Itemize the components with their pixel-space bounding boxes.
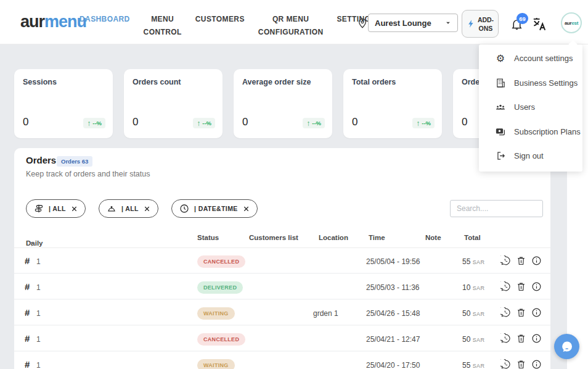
main-nav: DASHBOARD MENU CONTROL CUSTOMERS QR MENU…	[80, 13, 376, 39]
top-header: aurmenu DASHBOARD MENU CONTROL CUSTOMERS…	[0, 0, 588, 44]
table-row[interactable]: #1 DELIVERED 25/05/03 - 11:36 10 SAR	[14, 274, 550, 300]
logo-part-dark: aur	[20, 12, 44, 31]
stats-cards-row: Sessions 0 ↑--% Orders count 0 ↑--% Aver…	[14, 69, 552, 138]
info-icon[interactable]	[531, 307, 542, 318]
sign-out-icon	[495, 151, 506, 162]
menu-item-business-settings[interactable]: Business Settings	[479, 71, 582, 96]
add-ons-label: ADD- ONS	[478, 15, 494, 33]
status-badge: CANCELLED	[197, 333, 245, 346]
users-icon	[495, 102, 506, 113]
stat-change-badge: ↑--%	[303, 118, 325, 128]
notification-count-badge: 69	[517, 13, 528, 24]
nav-dashboard[interactable]: DASHBOARD	[80, 13, 130, 26]
trash-icon[interactable]	[516, 281, 526, 292]
orders-panel: Orders Orders 63 Keep track of orders an…	[14, 148, 550, 369]
up-arrow-icon: ↑	[87, 120, 91, 126]
status-badge: WAITING	[197, 307, 235, 320]
stat-change-badge: ↑--%	[193, 118, 215, 128]
stat-change-badge: ↑--%	[412, 118, 435, 128]
filter-label: | ALL	[121, 205, 139, 212]
close-icon[interactable]	[243, 205, 250, 212]
trash-icon[interactable]	[516, 333, 526, 344]
menu-item-label: Sign out	[514, 151, 544, 160]
orders-title: Orders	[26, 155, 56, 165]
subscription-icon	[495, 126, 506, 137]
column-location: Location	[319, 234, 348, 241]
daily-number: 1	[36, 309, 41, 318]
menu-item-sign-out[interactable]: Sign out	[479, 144, 582, 168]
table-row[interactable]: #1 CANCELLED 25/05/04 - 19:56 55 SAR	[14, 248, 550, 274]
chat-bubble-icon	[560, 339, 574, 354]
whatsapp-icon[interactable]	[500, 333, 511, 344]
app-logo[interactable]: aurmenu	[20, 13, 86, 31]
column-customers-list: Customers list	[249, 234, 298, 241]
menu-item-subscription-plans[interactable]: Subscription Plans	[479, 120, 582, 144]
menu-item-users[interactable]: Users	[479, 95, 582, 120]
whatsapp-icon[interactable]	[500, 255, 511, 266]
stat-title: Sessions	[23, 78, 104, 86]
menu-item-label: Subscription Plans	[514, 127, 581, 136]
lightning-bolt-icon	[467, 19, 476, 29]
trash-icon[interactable]	[516, 359, 526, 369]
language-translate-icon[interactable]	[531, 16, 547, 32]
status-badge: CANCELLED	[197, 255, 245, 268]
status-badge: DELIVERED	[197, 281, 243, 294]
filter-pill-service[interactable]: | ALL	[99, 199, 158, 218]
row-actions	[500, 333, 542, 344]
filter-label: | ALL	[49, 205, 66, 212]
time-cell: 25/04/26 - 15:48	[366, 309, 420, 318]
nav-qr-menu-configuration[interactable]: QR MENU CONFIGURATION	[258, 13, 324, 39]
avatar[interactable]: aurest	[561, 12, 582, 33]
menu-item-account-settings[interactable]: ⚙ Account settings	[479, 46, 582, 71]
nav-menu-control[interactable]: MENU CONTROL	[144, 13, 182, 39]
table-row[interactable]: #1 WAITING grden 1 25/04/26 - 15:48 50 S…	[14, 300, 550, 326]
time-cell: 25/04/21 - 12:47	[366, 335, 420, 344]
close-icon[interactable]	[71, 205, 78, 212]
chat-widget-button[interactable]	[554, 334, 579, 359]
stat-change-badge: ↑--%	[83, 118, 105, 128]
stat-value: 0	[242, 116, 248, 128]
close-icon[interactable]	[144, 205, 150, 212]
add-ons-button[interactable]: ADD- ONS	[462, 10, 499, 38]
up-arrow-icon: ↑	[197, 120, 200, 126]
daily-number: 1	[36, 361, 41, 369]
hash-icon: #	[25, 307, 30, 318]
trash-icon[interactable]	[516, 307, 526, 318]
location-pin-icon	[357, 17, 368, 30]
branch-select[interactable]: Aurest Lounge	[368, 14, 458, 32]
cloche-icon	[107, 204, 116, 214]
table-row[interactable]: #1 CANCELLED 25/04/21 - 12:47 50 SAR	[14, 326, 550, 352]
location-cell: grden 1	[313, 309, 338, 318]
search-input[interactable]	[450, 200, 543, 217]
info-icon[interactable]	[531, 255, 542, 266]
whatsapp-icon[interactable]	[500, 307, 511, 318]
info-icon[interactable]	[531, 333, 542, 344]
column-status: Status	[197, 234, 219, 241]
whatsapp-icon[interactable]	[500, 281, 511, 292]
sort-ascending-icon[interactable]: ↑	[30, 239, 33, 248]
column-note: Note	[425, 234, 441, 241]
menu-item-label: Account settings	[514, 54, 573, 63]
daily-number: 1	[36, 335, 41, 344]
column-time: Time	[369, 234, 385, 241]
info-icon[interactable]	[531, 359, 542, 369]
menu-item-label: Business Settings	[514, 78, 578, 88]
table-row[interactable]: #1 WAITING 25/04/20 - 17:50 55 SAR	[14, 352, 550, 369]
daily-number: 1	[36, 257, 41, 266]
total-cell: 55 SAR	[462, 257, 484, 266]
info-icon[interactable]	[531, 281, 542, 292]
filter-label: | DATE&TIME	[194, 205, 238, 212]
up-arrow-icon: ↑	[306, 120, 310, 126]
row-actions	[500, 307, 542, 318]
nav-customers[interactable]: CUSTOMERS	[195, 13, 245, 26]
whatsapp-icon[interactable]	[500, 359, 511, 369]
filter-pill-datetime[interactable]: | DATE&TIME	[171, 199, 258, 218]
filter-pill-order-type[interactable]: | ALL	[26, 199, 86, 218]
avatar-text-teal: est	[571, 20, 578, 26]
total-cell: 10 SAR	[462, 283, 484, 292]
orders-subtitle: Keep track of orders and their status	[26, 170, 150, 178]
clock-icon	[179, 204, 189, 214]
building-icon	[495, 77, 506, 88]
trash-icon[interactable]	[516, 255, 526, 266]
hash-icon: #	[25, 333, 30, 344]
